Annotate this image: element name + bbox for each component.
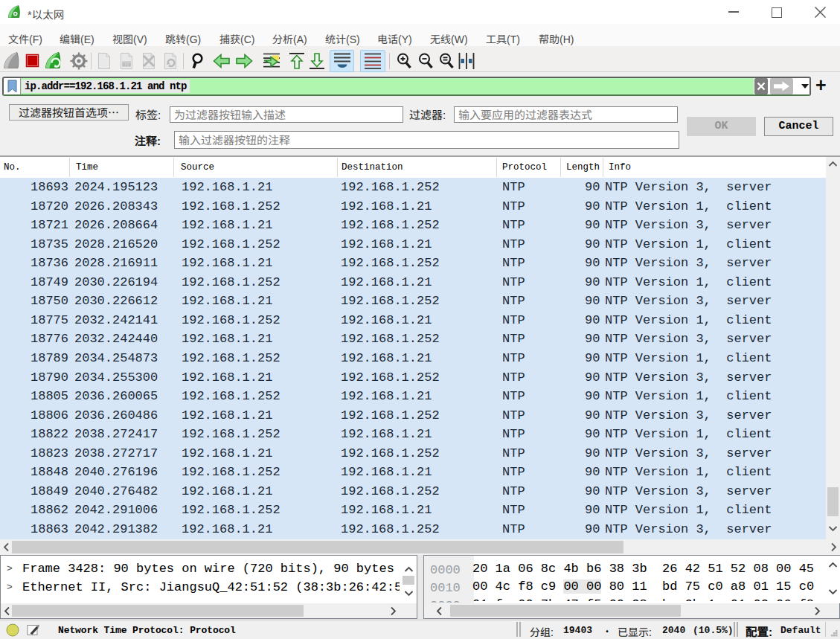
svg-text:010: 010 xyxy=(122,62,131,68)
